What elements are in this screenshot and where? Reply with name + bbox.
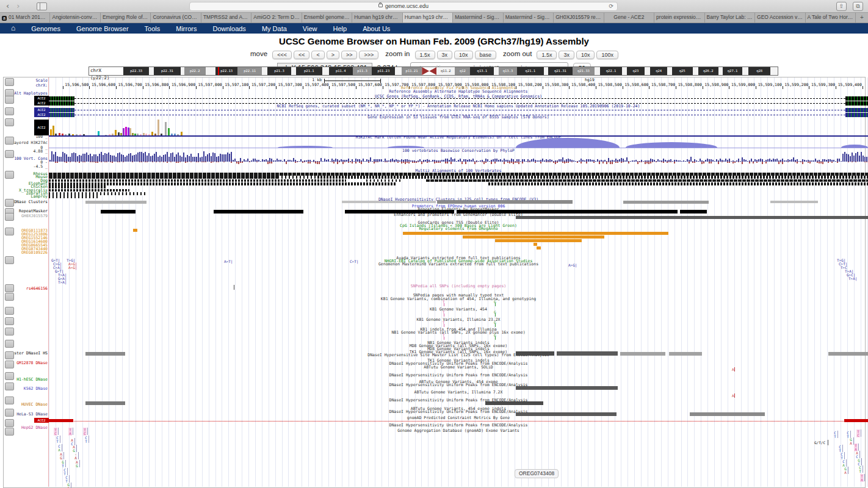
gene-exon-block[interactable]: [845, 96, 868, 101]
oreganno-bar[interactable]: [495, 239, 582, 242]
track-title[interactable]: Reference Assembly Alternate Haplotype S…: [49, 90, 868, 94]
track-left-label[interactable]: H1-hESC DNase: [16, 378, 48, 382]
browser-tab[interactable]: GEO Accession viewer: [755, 13, 805, 23]
browser-tab[interactable]: Mastermind - Sign In: [453, 13, 503, 23]
variant-annotation[interactable]: A>G|: [68, 265, 77, 270]
variant-label[interactable]: G/T/C: [814, 440, 825, 445]
multiz-alignment-segment[interactable]: [426, 179, 868, 182]
dnase-clusters-bar[interactable]: [342, 201, 436, 203]
repeatmasker-bar[interactable]: [680, 210, 707, 214]
genome-tracks-image[interactable]: Scale1 kbhg19chrX:15,596,50015,596,60015…: [0, 77, 868, 488]
track-config-button[interactable]: [5, 382, 14, 390]
variant-alt-allele[interactable]: T: [56, 439, 59, 443]
variant-annotation[interactable]: A>G|: [568, 263, 577, 267]
dnase-clusters-bar[interactable]: [623, 201, 709, 204]
h3k27ac-peak[interactable]: [278, 146, 333, 148]
gtex-bar[interactable]: [72, 134, 74, 135]
reload-icon[interactable]: ⟳: [609, 2, 613, 10]
gtex-bar[interactable]: [132, 133, 134, 135]
track-config-button[interactable]: [5, 96, 14, 104]
gtex-bar[interactable]: [98, 131, 99, 135]
variant-alt-allele[interactable]: G: [75, 464, 79, 468]
gtex-bar[interactable]: [125, 127, 127, 135]
track-left-label[interactable]: DNase Clusters: [14, 200, 48, 204]
move-button[interactable]: <<<: [272, 51, 292, 59]
track-left-label[interactable]: rs4646156: [26, 287, 48, 291]
variant-alt-allele[interactable]: A: [74, 456, 78, 460]
track-config-button[interactable]: [5, 351, 14, 359]
multiz-alignment-segment[interactable]: [49, 195, 98, 198]
dnase-clusters-bar[interactable]: [85, 201, 146, 204]
track-title[interactable]: DNaseI Hypersensitivity Uniform Peaks fr…: [49, 373, 868, 378]
gtex-bar[interactable]: [123, 128, 125, 135]
track-left-label[interactable]: Alt Haplotypes: [14, 92, 48, 96]
track-title[interactable]: DNaseI Hypersensitivity Uniform Peaks fr…: [49, 398, 868, 403]
track-config-button[interactable]: [5, 228, 14, 235]
multiz-alignment-segment[interactable]: [49, 176, 278, 179]
repeatmasker-bar[interactable]: [101, 210, 136, 214]
move-button[interactable]: >>>: [359, 51, 378, 59]
variant-alt-allele[interactable]: T: [84, 439, 88, 443]
track-config-button[interactable]: [5, 396, 14, 404]
genehancer-bar[interactable]: [516, 216, 868, 219]
gtex-bar[interactable]: [129, 128, 131, 135]
nav-item-genomes[interactable]: Genomes: [31, 25, 60, 32]
nav-item-about-us[interactable]: About Us: [363, 25, 390, 32]
gtex-bar[interactable]: [171, 134, 173, 135]
track-config-button[interactable]: [5, 372, 14, 380]
track-config-button[interactable]: [5, 256, 14, 264]
master-dnase-bar[interactable]: [557, 351, 618, 356]
zoom-out-button[interactable]: 3x: [559, 51, 574, 59]
gene-exon-block[interactable]: [49, 113, 74, 117]
track-left-label[interactable]: K562 DNase: [24, 387, 48, 391]
master-dnase-bar[interactable]: [516, 351, 554, 356]
track-left-label[interactable]: -4.5 _: [34, 165, 48, 169]
track-title[interactable]: ABTutu Genome Variants, Illumina 7.2X: [49, 390, 868, 395]
multiz-alignment-segment[interactable]: [49, 182, 397, 185]
zoom-in-button[interactable]: 1.5x: [415, 51, 435, 59]
variant-annotation[interactable]: A>T|: [224, 259, 233, 264]
gtex-bar[interactable]: [109, 134, 110, 135]
gtex-bar[interactable]: [134, 134, 136, 135]
variant-alt-allele[interactable]: G: [59, 456, 63, 460]
gtex-bar[interactable]: [151, 132, 153, 135]
gtex-bar[interactable]: [79, 134, 81, 135]
variant-alt-allele[interactable]: A: [860, 478, 864, 482]
gtex-bar[interactable]: [168, 128, 170, 135]
nav-item-mirrors[interactable]: Mirrors: [176, 25, 197, 32]
gene-label-box[interactable]: ACE2: [34, 120, 49, 135]
variant-alt-allele[interactable]: A: [68, 431, 72, 436]
gtex-bar[interactable]: [148, 134, 150, 135]
track-title[interactable]: Gene Expression in 53 tissues from GTEx …: [49, 115, 868, 120]
track-config-button[interactable]: [5, 419, 14, 427]
browser-tab[interactable]: Emerging Role of AC...: [101, 13, 151, 23]
gtex-bar[interactable]: [65, 134, 67, 135]
multiz-alignment-segment[interactable]: [49, 192, 145, 195]
track-title[interactable]: KB1 Genome Variants, combination of 454,…: [49, 297, 868, 301]
share-icon[interactable]: ⇧: [836, 2, 847, 11]
repeatmasker-bar[interactable]: [457, 210, 678, 214]
gene-label-box[interactable]: ACE2: [34, 101, 49, 106]
browser-tab[interactable]: Mastermind - Sign In: [504, 13, 554, 23]
gtex-bar[interactable]: [59, 133, 60, 135]
sidebar-icon[interactable]: [37, 2, 47, 10]
track-left-label[interactable]: Master DNaseI HS: [9, 351, 48, 356]
gene-exon-block[interactable]: [845, 113, 868, 117]
gtex-bar[interactable]: [52, 126, 54, 135]
track-config-button[interactable]: [5, 409, 14, 417]
gene-exon-block[interactable]: [845, 101, 868, 106]
gtex-bar[interactable]: [174, 134, 176, 135]
nav-item-genome-browser[interactable]: Genome Browser: [76, 25, 129, 32]
nav-item-my-data[interactable]: My Data: [262, 25, 287, 32]
track-title[interactable]: Genomenon Mastermind Variants extracted …: [49, 262, 868, 267]
master-dnase-bar[interactable]: [85, 352, 125, 356]
variant-alt-allele[interactable]: A: [844, 470, 847, 475]
multiz-alignment-segment[interactable]: [49, 189, 129, 192]
gtex-bar[interactable]: [62, 134, 63, 135]
browser-tab[interactable]: Angiotensin-converti...: [50, 13, 100, 23]
gene-label-box[interactable]: ACE2: [34, 112, 49, 117]
zoom-in-button[interactable]: 10x: [454, 51, 473, 59]
track-title[interactable]: KB1 Genome Variants, Illumina 23.2X: [49, 318, 868, 322]
multiz-alignment-segment[interactable]: [488, 182, 868, 185]
browser-tab[interactable]: AmiGO 2: Term Detai...: [251, 13, 302, 23]
